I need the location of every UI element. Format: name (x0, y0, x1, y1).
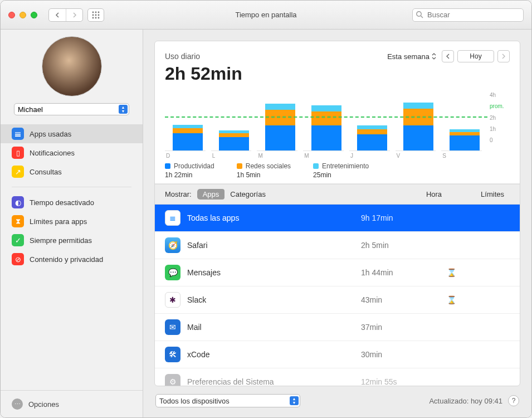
usage-chart: DLMMJVS4hprom.2h1h0 (165, 92, 510, 151)
minimize-window-button[interactable] (19, 12, 26, 18)
app-icon: ✉ (165, 319, 180, 335)
app-icon: ≣ (165, 210, 180, 226)
svg-point-3 (92, 14, 94, 16)
app-time: 30min (361, 350, 433, 359)
content-privacy-icon: ⊘ (12, 253, 24, 265)
sidebar-item-downtime[interactable]: ◐ Tiempo desactivado (1, 193, 143, 212)
panel-subtitle: Uso diario (165, 52, 200, 61)
app-icon: 🧭 (165, 237, 180, 253)
select-indicator-icon: ▲▼ (119, 105, 128, 114)
notifications-icon: ▯ (12, 147, 24, 159)
app-name: xCode (187, 350, 354, 359)
app-icon: 💬 (165, 265, 180, 280)
legend-social: Redes sociales 1h 5min (237, 162, 291, 179)
chart-y-axis: 4hprom.2h1h0 (490, 92, 510, 143)
back-button[interactable] (49, 9, 66, 21)
downtime-icon: ◐ (12, 196, 24, 208)
sidebar-item-label: Consultas (30, 168, 62, 176)
legend-productivity: Productividad 1h 22min (165, 162, 214, 179)
app-icon: ⚙ (165, 374, 180, 386)
app-time: 37min (361, 323, 433, 332)
pickups-icon: ↗ (12, 166, 24, 178)
sidebar-options[interactable]: ⋯ Opciones (1, 390, 143, 417)
app-row[interactable]: 🛠xCode30min (155, 341, 520, 368)
app-row[interactable]: ≣Todas las apps9h 17min (155, 205, 520, 232)
app-limit-indicator: ⌛ (440, 268, 462, 277)
updated-label: Actualizado: hoy 09:41 (429, 397, 502, 405)
sidebar-item-label: Apps usadas (30, 130, 71, 138)
app-row[interactable]: ✱Slack43min⌛ (155, 286, 520, 314)
app-list[interactable]: ≣Todas las apps9h 17min🧭Safari2h 5min💬Me… (155, 205, 520, 386)
app-time: 2h 5min (361, 241, 433, 250)
date-range-select[interactable]: Esta semana (385, 51, 438, 62)
select-indicator-icon: ▲▼ (290, 396, 299, 405)
sidebar-item-app-limits[interactable]: ⧗ Límites para apps (1, 212, 143, 231)
app-row[interactable]: 💬Mensajes1h 44min⌛ (155, 259, 520, 286)
sidebar-item-label: Notificaciones (30, 149, 75, 157)
prev-period-button[interactable] (442, 50, 454, 62)
column-header-limites: Límites (481, 190, 504, 198)
search-input[interactable] (412, 8, 524, 22)
segment-apps[interactable]: Apps (197, 189, 225, 200)
close-window-button[interactable] (8, 12, 15, 18)
app-icon: ✱ (165, 292, 180, 308)
svg-rect-11 (15, 132, 21, 133)
svg-point-0 (92, 11, 94, 13)
app-name: Preferencias del Sistema (187, 377, 354, 386)
sidebar-item-label: Siempre permitidas (30, 236, 92, 245)
sidebar-item-label: Límites para apps (30, 217, 87, 226)
app-name: Todas las apps (187, 213, 354, 222)
app-time: 9h 17min (361, 213, 433, 222)
column-header-hora: Hora (426, 190, 442, 198)
today-button[interactable]: Hoy (457, 50, 494, 62)
device-select[interactable]: Todos los dispositivos ▲▼ (155, 394, 300, 407)
app-name: Safari (187, 241, 354, 250)
search-icon (416, 11, 423, 18)
svg-rect-12 (15, 134, 21, 135)
sidebar-item-label: Tiempo desactivado (30, 198, 94, 207)
sidebar-item-notifications[interactable]: ▯ Notificaciones (1, 143, 143, 162)
svg-point-4 (95, 14, 97, 16)
svg-point-6 (92, 17, 94, 18)
sidebar-item-pickups[interactable]: ↗ Consultas (1, 162, 143, 181)
svg-point-2 (98, 11, 100, 13)
sidebar-item-always-allowed[interactable]: ✓ Siempre permitidas (1, 231, 143, 250)
sidebar-item-apps-used[interactable]: Apps usadas (1, 124, 143, 143)
app-time: 1h 44min (361, 268, 433, 277)
sidebar-item-label: Contenido y privacidad (30, 255, 103, 264)
options-icon: ⋯ (12, 398, 23, 410)
back-forward-segment (48, 8, 83, 22)
legend-entertainment: Entretenimiento 25min (313, 162, 369, 179)
user-avatar (42, 36, 102, 96)
app-icon: 🛠 (165, 347, 180, 362)
allowed-icon: ✓ (12, 234, 24, 246)
next-period-button[interactable] (497, 50, 510, 62)
user-select[interactable]: Michael ▲▼ (14, 103, 129, 115)
sidebar-item-content-privacy[interactable]: ⊘ Contenido y privacidad (1, 250, 143, 269)
app-time: 43min (361, 295, 433, 304)
app-row[interactable]: ⚙Preferencias del Sistema12min 55s (155, 368, 520, 386)
segment-categories[interactable]: Categorías (224, 189, 271, 200)
show-all-prefs-button[interactable] (87, 8, 104, 22)
svg-point-5 (98, 14, 100, 16)
app-row[interactable]: ✉Mail37min (155, 314, 520, 341)
show-label: Mostrar: (165, 190, 192, 198)
apps-icon (12, 128, 24, 140)
options-label: Opciones (28, 400, 59, 409)
app-time: 12min 55s (361, 377, 433, 386)
svg-point-9 (417, 11, 421, 16)
svg-point-1 (95, 11, 97, 13)
app-limit-indicator: ⌛ (440, 295, 462, 304)
zoom-window-button[interactable] (31, 12, 37, 18)
forward-button[interactable] (66, 9, 82, 21)
apps-categories-segment: Apps Categorías (197, 189, 271, 200)
svg-line-10 (421, 16, 423, 18)
limits-icon: ⧗ (12, 215, 24, 227)
help-button[interactable]: ? (508, 395, 519, 406)
total-time: 2h 52min (165, 64, 510, 84)
app-name: Mensajes (187, 268, 354, 277)
app-name: Mail (187, 323, 354, 332)
svg-rect-13 (15, 135, 21, 137)
svg-point-7 (95, 17, 97, 18)
app-row[interactable]: 🧭Safari2h 5min (155, 232, 520, 259)
